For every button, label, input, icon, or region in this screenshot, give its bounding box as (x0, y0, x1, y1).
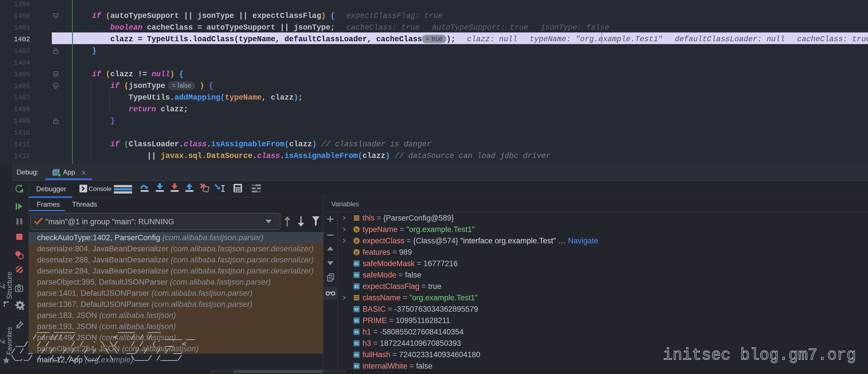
svg-text:01: 01 (354, 341, 359, 345)
svg-text:01: 01 (354, 330, 359, 334)
svg-text:01: 01 (354, 262, 359, 266)
svg-text:01: 01 (354, 318, 359, 323)
svg-text:p: p (355, 250, 358, 254)
svg-text:01: 01 (354, 353, 359, 357)
svg-text:01: 01 (354, 273, 359, 277)
svg-text:p: p (355, 239, 358, 243)
svg-text:p: p (355, 227, 358, 232)
svg-text:01: 01 (354, 284, 359, 288)
svg-text:01: 01 (354, 307, 359, 311)
svg-text:01: 01 (354, 364, 359, 368)
